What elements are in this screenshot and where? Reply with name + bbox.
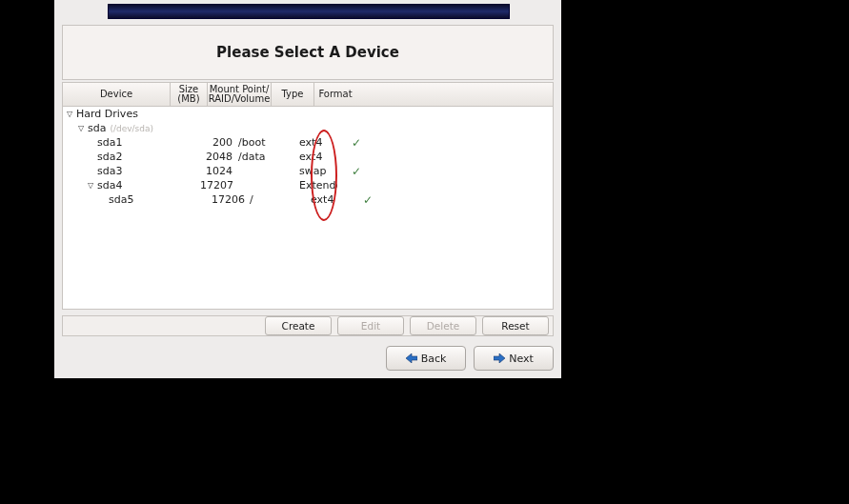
reset-button[interactable]: Reset — [482, 316, 549, 335]
title-panel: Please Select A Device — [62, 25, 554, 80]
expand-toggle-icon[interactable]: ▽ — [86, 181, 95, 191]
expand-toggle-icon[interactable]: ▽ — [76, 124, 86, 133]
back-button[interactable]: Back — [386, 346, 466, 371]
partition-row[interactable]: sda22048/dataext4 — [63, 150, 553, 164]
format-checkmark-icon: ✓ — [349, 193, 387, 207]
format-checkmark-icon: ✓ — [337, 165, 375, 178]
expand-toggle-icon[interactable]: ▽ — [65, 110, 74, 119]
edit-button: Edit — [337, 316, 404, 335]
back-label: Back — [421, 353, 447, 365]
partition-type: ext4 — [297, 136, 337, 149]
partition-mount: / — [248, 193, 309, 206]
svg-marker-0 — [406, 353, 417, 363]
partition-row[interactable]: sda517206/ext4✓ — [63, 192, 553, 207]
partition-name: sda4 — [97, 179, 122, 192]
col-header-size[interactable]: Size (MB) — [171, 83, 208, 106]
partition-row[interactable]: ▽sda417207Extended — [63, 178, 553, 192]
svg-marker-1 — [494, 353, 505, 363]
arrow-left-icon — [406, 353, 417, 363]
disk-row[interactable]: ▽ sda (/dev/sda) — [63, 121, 553, 135]
partition-size: 2048 — [200, 151, 236, 163]
partition-mount: /data — [236, 151, 297, 163]
page-title: Please Select A Device — [216, 44, 399, 61]
partition-type: swap — [297, 165, 337, 177]
partition-row[interactable]: sda31024swap✓ — [63, 164, 553, 178]
disk-path: (/dev/sda) — [110, 124, 153, 133]
partition-name: sda3 — [97, 165, 122, 177]
partition-name: sda5 — [109, 193, 133, 206]
format-checkmark-icon: ✓ — [337, 136, 375, 150]
col-header-device[interactable]: Device — [63, 83, 171, 106]
partition-table: Device Size (MB) Mount Point/ RAID/Volum… — [62, 82, 554, 310]
table-header: Device Size (MB) Mount Point/ RAID/Volum… — [63, 83, 553, 107]
partition-name: sda2 — [97, 151, 122, 163]
nav-button-row: Back Next — [386, 346, 554, 371]
partition-size: 1024 — [200, 165, 236, 177]
col-header-mount[interactable]: Mount Point/ RAID/Volume — [208, 83, 272, 106]
partition-type: ext4 — [309, 193, 349, 206]
col-header-type[interactable]: Type — [272, 83, 314, 106]
delete-button: Delete — [410, 316, 476, 335]
tree-root-row[interactable]: ▽ Hard Drives — [63, 107, 553, 121]
partition-mount: /boot — [236, 136, 297, 149]
partition-type: ext4 — [297, 151, 337, 163]
installer-window: Please Select A Device Device Size (MB) … — [54, 0, 561, 378]
arrow-right-icon — [494, 353, 505, 363]
disk-name: sda — [88, 122, 106, 134]
create-button[interactable]: Create — [265, 316, 332, 335]
partition-size: 200 — [200, 136, 236, 149]
next-label: Next — [509, 353, 534, 365]
tree-root-label: Hard Drives — [76, 108, 138, 120]
action-button-row: Create Edit Delete Reset — [62, 315, 554, 336]
col-header-format[interactable]: Format — [314, 83, 356, 106]
partition-size: 17206 — [212, 193, 248, 206]
table-body: ▽ Hard Drives ▽ sda (/dev/sda) sda1200/b… — [63, 107, 553, 309]
next-button[interactable]: Next — [474, 346, 554, 371]
partition-size: 17207 — [200, 179, 236, 192]
header-banner — [108, 4, 510, 19]
partition-row[interactable]: sda1200/bootext4✓ — [63, 135, 553, 150]
partition-name: sda1 — [97, 136, 122, 149]
partition-type: Extended — [297, 179, 337, 192]
